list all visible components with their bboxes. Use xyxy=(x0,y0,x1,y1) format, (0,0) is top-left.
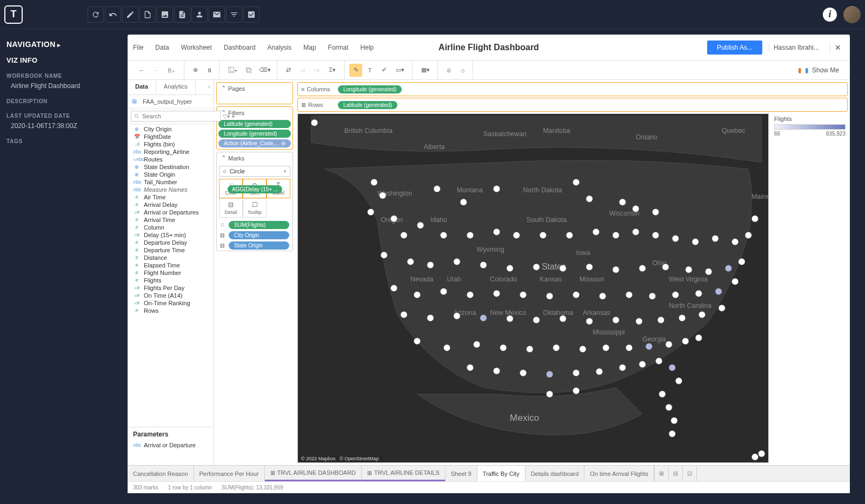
map-marker[interactable] xyxy=(380,192,386,199)
map-marker[interactable] xyxy=(758,451,765,457)
map-marker[interactable] xyxy=(613,266,619,273)
map-marker[interactable] xyxy=(666,341,672,348)
field-item[interactable]: AbcMeasure Names xyxy=(128,186,214,193)
duplicate-icon[interactable]: ⿻ xyxy=(242,64,255,77)
map-marker[interactable] xyxy=(626,292,633,298)
map-marker[interactable] xyxy=(653,232,659,238)
sheet-tab[interactable]: Traffic By City xyxy=(477,466,525,481)
map-marker[interactable] xyxy=(672,292,678,298)
mark-pill[interactable]: State Origin xyxy=(229,241,289,250)
clear-icon[interactable]: ⌫▾ xyxy=(256,64,274,77)
map-marker[interactable] xyxy=(573,292,580,298)
field-item[interactable]: =#Flights Per Day xyxy=(128,284,214,292)
field-item[interactable]: #Flights xyxy=(128,277,214,284)
mark-tooltip[interactable]: ☐Tooltip xyxy=(243,198,267,218)
device-icon[interactable]: ⌂ xyxy=(456,64,469,77)
menu-help[interactable]: Help xyxy=(360,42,375,53)
new-dashboard-icon[interactable]: ⊟ xyxy=(669,466,683,481)
map-marker[interactable] xyxy=(580,346,586,352)
map-marker[interactable] xyxy=(414,292,420,298)
map-marker[interactable] xyxy=(659,391,666,397)
map-marker[interactable] xyxy=(669,431,675,437)
map-marker[interactable] xyxy=(427,315,434,321)
map-marker[interactable] xyxy=(391,216,397,222)
map-marker[interactable] xyxy=(751,454,758,460)
show-me-button[interactable]: ▮▮ Show Me xyxy=(798,66,846,74)
filter-pill-action[interactable]: Action (Airline_Code,...⊖ xyxy=(218,139,291,147)
field-item[interactable]: ⊕State Origin xyxy=(128,171,214,178)
map-marker[interactable] xyxy=(692,239,698,245)
map-view[interactable]: British Columbia Alberta Saskatchewan Ma… xyxy=(297,113,769,463)
field-item[interactable]: =#On Time (A14) xyxy=(128,292,214,299)
parameter-item[interactable]: AbcArrival or Departure xyxy=(128,441,214,449)
map-marker[interactable] xyxy=(368,209,374,215)
map-marker[interactable] xyxy=(586,196,593,202)
legend-gradient[interactable] xyxy=(774,124,846,130)
map-marker[interactable] xyxy=(493,229,500,235)
map-marker[interactable] xyxy=(613,317,619,323)
filter-pill-latitude[interactable]: Latitude (generated) xyxy=(218,120,291,128)
datasource[interactable]: ⊞ FAA_output_hyper xyxy=(128,95,214,109)
map-marker[interactable] xyxy=(480,315,487,321)
map-marker[interactable] xyxy=(401,311,407,318)
map-marker[interactable] xyxy=(698,311,705,318)
map-marker[interactable] xyxy=(493,186,500,192)
map-attribution-osm[interactable]: © OpenStreetMap xyxy=(340,456,379,461)
map-marker[interactable] xyxy=(547,391,553,397)
map-marker[interactable] xyxy=(662,264,669,270)
map-marker[interactable] xyxy=(520,292,526,298)
map-marker[interactable] xyxy=(596,368,602,375)
menu-format[interactable]: Format xyxy=(327,42,350,53)
map-marker[interactable] xyxy=(586,318,593,325)
map-marker[interactable] xyxy=(738,258,745,265)
map-marker[interactable] xyxy=(633,229,639,235)
map-marker[interactable] xyxy=(656,358,662,364)
map-marker[interactable] xyxy=(619,199,626,205)
map-marker[interactable] xyxy=(732,239,738,245)
map-marker[interactable] xyxy=(454,258,460,265)
map-marker[interactable] xyxy=(745,232,751,238)
map-marker[interactable] xyxy=(671,417,677,424)
map-marker[interactable] xyxy=(679,315,686,321)
edit-icon[interactable] xyxy=(122,6,138,23)
map-marker[interactable] xyxy=(533,264,540,270)
back-icon[interactable]: ← xyxy=(135,64,148,77)
info-icon[interactable]: i xyxy=(823,8,837,22)
map-marker[interactable] xyxy=(695,290,702,297)
map-marker[interactable] xyxy=(666,404,672,411)
map-marker[interactable] xyxy=(440,232,447,238)
map-marker[interactable] xyxy=(573,179,580,185)
map-marker[interactable] xyxy=(311,119,318,126)
map-marker[interactable] xyxy=(649,293,655,299)
cards-icon[interactable]: ▦▾ xyxy=(417,64,434,77)
map-marker[interactable] xyxy=(500,345,507,351)
map-marker[interactable] xyxy=(440,288,447,295)
map-marker[interactable] xyxy=(414,338,420,344)
check-icon[interactable] xyxy=(243,6,260,23)
map-marker[interactable] xyxy=(573,369,580,376)
map-marker[interactable] xyxy=(573,387,580,394)
mark-type-selector[interactable]: ○Circle xyxy=(219,166,290,177)
map-marker[interactable] xyxy=(653,209,659,215)
new-worksheet-icon[interactable]: ⿺▾ xyxy=(224,64,241,77)
format-icon[interactable]: ✐ xyxy=(377,64,390,77)
close-icon[interactable]: ✕ xyxy=(830,43,846,52)
field-item[interactable]: #Arrival Time xyxy=(128,216,214,224)
filter-pill-longitude[interactable]: Longitude (generated) xyxy=(218,130,291,138)
app-logo[interactable]: T xyxy=(4,5,23,24)
map-marker[interactable] xyxy=(454,313,460,319)
field-item[interactable]: #Rows xyxy=(128,307,214,314)
data-tab[interactable]: Data xyxy=(128,80,156,95)
new-sheet-icon[interactable]: ⊞ xyxy=(655,466,669,481)
map-marker[interactable] xyxy=(560,315,566,322)
label-icon[interactable]: T xyxy=(363,64,376,77)
field-item[interactable]: ..ılFlights (bin) xyxy=(128,140,214,148)
sheet-tab[interactable]: Sheet 9 xyxy=(445,466,477,481)
field-item[interactable]: AbcReporting_Airline xyxy=(128,148,214,156)
columns-pill[interactable]: Longitude (generated) xyxy=(338,85,402,93)
menu-worksheet[interactable]: Worksheet xyxy=(180,42,213,53)
user-name[interactable]: Hassan Ibrahi... xyxy=(769,44,823,51)
map-marker[interactable] xyxy=(507,265,513,272)
map-marker[interactable] xyxy=(682,338,689,344)
map-marker[interactable] xyxy=(600,293,606,299)
